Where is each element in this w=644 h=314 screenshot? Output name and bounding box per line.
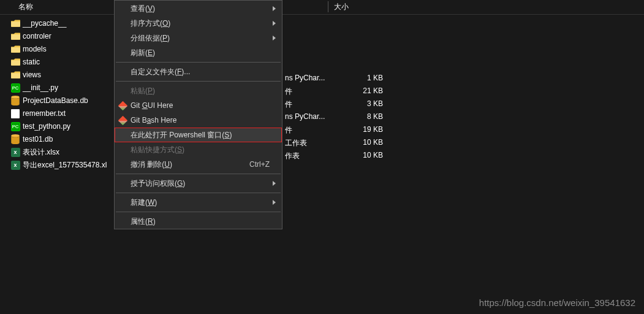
- file-name: 表设计.xlsx: [23, 147, 59, 158]
- menu-item[interactable]: Git GUI Here: [115, 98, 282, 113]
- menu-separator: [116, 193, 281, 193]
- column-header-name[interactable]: 名称: [0, 2, 113, 12]
- file-name: __pycache__: [23, 19, 66, 28]
- file-row[interactable]: models: [10, 43, 107, 55]
- menu-item: 粘贴(P): [115, 83, 282, 98]
- file-size-text: 1 KB: [355, 74, 383, 82]
- menu-item[interactable]: Git Bash Here: [115, 113, 282, 128]
- folder-icon: [10, 44, 21, 54]
- file-size-text: 19 KB: [355, 125, 383, 134]
- file-name: remember.txt: [23, 109, 66, 118]
- menu-item-label: 新建(W): [131, 197, 157, 208]
- file-list: __pycache__controlermodelsstaticviewsPC_…: [10, 17, 107, 171]
- file-row[interactable]: PC__init__.py: [10, 82, 107, 94]
- menu-item[interactable]: 授予访问权限(G): [115, 176, 282, 191]
- menu-item[interactable]: 属性(R): [115, 214, 282, 229]
- file-type-text: ns PyChar...: [285, 74, 325, 82]
- menu-shortcut: Ctrl+Z: [249, 160, 270, 169]
- file-size-text: 10 KB: [355, 138, 383, 147]
- menu-item-label: 粘贴快捷方式(S): [131, 145, 184, 155]
- menu-item-label: 分组依据(P): [131, 33, 170, 44]
- folder-icon: [10, 18, 21, 28]
- menu-item[interactable]: 查看(V): [115, 1, 282, 16]
- submenu-arrow-icon: [273, 21, 276, 26]
- python-file-icon: PC: [10, 121, 21, 131]
- file-row[interactable]: PCtest_python.py: [10, 120, 107, 132]
- svg-point-0: [11, 96, 20, 99]
- file-name: ProjectDataBase.db: [23, 96, 88, 105]
- menu-item-label: 排序方式(O): [131, 18, 170, 29]
- file-type-text: 件: [285, 99, 292, 110]
- menu-item-label: Git Bash Here: [131, 116, 176, 124]
- header-divider: [328, 1, 328, 12]
- menu-item-label: 自定义文件夹(F)...: [131, 67, 190, 77]
- folder-icon: [10, 31, 21, 41]
- excel-file-icon: x: [10, 160, 21, 170]
- menu-item[interactable]: 刷新(E): [115, 45, 282, 60]
- file-row[interactable]: x导出excel_1577535478.xl: [10, 159, 107, 171]
- file-name: views: [23, 71, 41, 79]
- menu-item-label: 粘贴(P): [131, 86, 155, 96]
- file-name: 导出excel_1577535478.xl: [23, 160, 107, 170]
- menu-item[interactable]: 分组依据(P): [115, 31, 282, 45]
- text-file-icon: [10, 109, 21, 118]
- menu-item-label: Git GUI Here: [131, 101, 173, 110]
- folder-icon: [10, 57, 21, 67]
- menu-item-label: 授予访问权限(G): [131, 178, 185, 189]
- git-icon: [118, 101, 127, 110]
- file-size-text: 21 KB: [355, 86, 383, 95]
- file-size-text: 3 KB: [355, 99, 383, 108]
- file-row[interactable]: x表设计.xlsx: [10, 146, 107, 158]
- submenu-arrow-icon: [273, 6, 276, 11]
- menu-item[interactable]: 撤消 删除(U)Ctrl+Z: [115, 157, 282, 172]
- menu-separator: [116, 81, 281, 82]
- file-type-text: 工作表: [285, 138, 307, 148]
- file-row[interactable]: controler: [10, 30, 107, 42]
- file-row[interactable]: test01.db: [10, 133, 107, 145]
- database-file-icon: [10, 96, 21, 105]
- menu-item[interactable]: 在此处打开 Powershell 窗口(S): [115, 128, 282, 142]
- file-type-text: 件: [285, 86, 292, 97]
- menu-item-label: 撤消 删除(U): [131, 159, 172, 170]
- file-size-text: 10 KB: [355, 151, 383, 159]
- watermark-text: https://blog.csdn.net/weixin_39541632: [479, 297, 635, 308]
- submenu-arrow-icon: [273, 200, 276, 205]
- menu-item[interactable]: 排序方式(O): [115, 16, 282, 31]
- menu-item-label: 刷新(E): [131, 48, 155, 58]
- context-menu[interactable]: 查看(V)排序方式(O)分组依据(P)刷新(E)自定义文件夹(F)...粘贴(P…: [114, 0, 282, 229]
- file-type-text: 作表: [285, 151, 300, 161]
- menu-item: 粘贴快捷方式(S): [115, 142, 282, 157]
- column-header-row: 名称 大小: [0, 0, 644, 15]
- file-row[interactable]: views: [10, 69, 107, 81]
- menu-item[interactable]: 自定义文件夹(F)...: [115, 64, 282, 79]
- column-header-size[interactable]: 大小: [334, 2, 349, 12]
- file-name: test01.db: [23, 135, 53, 144]
- file-size-text: 8 KB: [355, 112, 383, 121]
- excel-file-icon: x: [10, 147, 21, 157]
- menu-item-label: 查看(V): [131, 4, 155, 14]
- folder-icon: [10, 70, 21, 80]
- file-type-text: ns PyChar...: [285, 112, 325, 121]
- file-name: models: [23, 45, 47, 53]
- menu-separator: [116, 212, 281, 212]
- file-row[interactable]: static: [10, 56, 107, 68]
- python-file-icon: PC: [10, 83, 21, 93]
- menu-item[interactable]: 新建(W): [115, 195, 282, 210]
- submenu-arrow-icon: [273, 36, 276, 40]
- file-name: __init__.py: [23, 83, 58, 92]
- menu-item-label: 在此处打开 Powershell 窗口(S): [131, 130, 232, 140]
- git-icon: [118, 115, 127, 125]
- file-row[interactable]: ProjectDataBase.db: [10, 94, 107, 107]
- menu-separator: [116, 174, 281, 174]
- file-row[interactable]: remember.txt: [10, 107, 107, 120]
- menu-item-label: 属性(R): [131, 216, 156, 227]
- database-file-icon: [10, 134, 21, 144]
- file-name: test_python.py: [23, 122, 70, 131]
- file-name: controler: [23, 32, 51, 40]
- file-name: static: [23, 58, 40, 66]
- svg-point-1: [11, 134, 20, 137]
- file-type-text: 件: [285, 125, 292, 136]
- menu-separator: [116, 62, 281, 63]
- file-row[interactable]: __pycache__: [10, 17, 107, 29]
- submenu-arrow-icon: [273, 181, 276, 186]
